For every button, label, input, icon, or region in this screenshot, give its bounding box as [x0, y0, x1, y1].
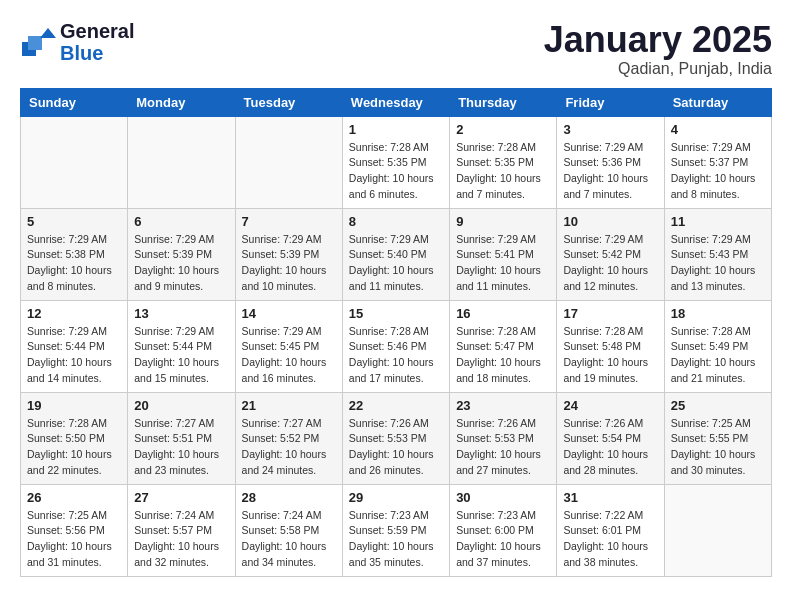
- day-info: Sunrise: 7:29 AMSunset: 5:37 PMDaylight:…: [671, 140, 765, 203]
- day-number: 27: [134, 490, 228, 505]
- day-header-row: SundayMondayTuesdayWednesdayThursdayFrid…: [21, 88, 772, 116]
- day-number: 28: [242, 490, 336, 505]
- day-info: Sunrise: 7:23 AMSunset: 5:59 PMDaylight:…: [349, 508, 443, 571]
- day-info: Sunrise: 7:29 AMSunset: 5:44 PMDaylight:…: [27, 324, 121, 387]
- day-info: Sunrise: 7:26 AMSunset: 5:53 PMDaylight:…: [349, 416, 443, 479]
- day-cell: 14Sunrise: 7:29 AMSunset: 5:45 PMDayligh…: [235, 300, 342, 392]
- month-title: January 2025: [544, 20, 772, 60]
- col-header-monday: Monday: [128, 88, 235, 116]
- day-number: 17: [563, 306, 657, 321]
- day-cell: 25Sunrise: 7:25 AMSunset: 5:55 PMDayligh…: [664, 392, 771, 484]
- day-cell: 11Sunrise: 7:29 AMSunset: 5:43 PMDayligh…: [664, 208, 771, 300]
- week-row-5: 26Sunrise: 7:25 AMSunset: 5:56 PMDayligh…: [21, 484, 772, 576]
- col-header-wednesday: Wednesday: [342, 88, 449, 116]
- day-cell: 29Sunrise: 7:23 AMSunset: 5:59 PMDayligh…: [342, 484, 449, 576]
- day-number: 8: [349, 214, 443, 229]
- day-number: 25: [671, 398, 765, 413]
- logo: General Blue: [20, 20, 134, 64]
- day-number: 31: [563, 490, 657, 505]
- day-number: 23: [456, 398, 550, 413]
- week-row-2: 5Sunrise: 7:29 AMSunset: 5:38 PMDaylight…: [21, 208, 772, 300]
- day-cell: 31Sunrise: 7:22 AMSunset: 6:01 PMDayligh…: [557, 484, 664, 576]
- day-info: Sunrise: 7:22 AMSunset: 6:01 PMDaylight:…: [563, 508, 657, 571]
- day-info: Sunrise: 7:23 AMSunset: 6:00 PMDaylight:…: [456, 508, 550, 571]
- week-row-3: 12Sunrise: 7:29 AMSunset: 5:44 PMDayligh…: [21, 300, 772, 392]
- day-cell: 20Sunrise: 7:27 AMSunset: 5:51 PMDayligh…: [128, 392, 235, 484]
- day-number: 10: [563, 214, 657, 229]
- day-number: 4: [671, 122, 765, 137]
- day-number: 15: [349, 306, 443, 321]
- day-info: Sunrise: 7:25 AMSunset: 5:55 PMDaylight:…: [671, 416, 765, 479]
- day-info: Sunrise: 7:28 AMSunset: 5:49 PMDaylight:…: [671, 324, 765, 387]
- day-cell: 16Sunrise: 7:28 AMSunset: 5:47 PMDayligh…: [450, 300, 557, 392]
- logo-icon: [20, 24, 56, 60]
- day-cell: 30Sunrise: 7:23 AMSunset: 6:00 PMDayligh…: [450, 484, 557, 576]
- title-block: January 2025 Qadian, Punjab, India: [544, 20, 772, 78]
- day-cell: 3Sunrise: 7:29 AMSunset: 5:36 PMDaylight…: [557, 116, 664, 208]
- day-cell: 26Sunrise: 7:25 AMSunset: 5:56 PMDayligh…: [21, 484, 128, 576]
- day-number: 21: [242, 398, 336, 413]
- day-cell: 4Sunrise: 7:29 AMSunset: 5:37 PMDaylight…: [664, 116, 771, 208]
- day-cell: 22Sunrise: 7:26 AMSunset: 5:53 PMDayligh…: [342, 392, 449, 484]
- day-cell: 17Sunrise: 7:28 AMSunset: 5:48 PMDayligh…: [557, 300, 664, 392]
- calendar-table: SundayMondayTuesdayWednesdayThursdayFrid…: [20, 88, 772, 577]
- col-header-saturday: Saturday: [664, 88, 771, 116]
- day-cell: 24Sunrise: 7:26 AMSunset: 5:54 PMDayligh…: [557, 392, 664, 484]
- day-cell: 9Sunrise: 7:29 AMSunset: 5:41 PMDaylight…: [450, 208, 557, 300]
- day-cell: 5Sunrise: 7:29 AMSunset: 5:38 PMDaylight…: [21, 208, 128, 300]
- day-info: Sunrise: 7:29 AMSunset: 5:36 PMDaylight:…: [563, 140, 657, 203]
- page-header: General Blue January 2025 Qadian, Punjab…: [20, 20, 772, 78]
- day-number: 24: [563, 398, 657, 413]
- day-info: Sunrise: 7:28 AMSunset: 5:50 PMDaylight:…: [27, 416, 121, 479]
- day-number: 14: [242, 306, 336, 321]
- day-number: 6: [134, 214, 228, 229]
- day-number: 18: [671, 306, 765, 321]
- day-info: Sunrise: 7:24 AMSunset: 5:58 PMDaylight:…: [242, 508, 336, 571]
- day-cell: [235, 116, 342, 208]
- day-number: 7: [242, 214, 336, 229]
- day-cell: 27Sunrise: 7:24 AMSunset: 5:57 PMDayligh…: [128, 484, 235, 576]
- day-info: Sunrise: 7:28 AMSunset: 5:48 PMDaylight:…: [563, 324, 657, 387]
- day-info: Sunrise: 7:29 AMSunset: 5:39 PMDaylight:…: [242, 232, 336, 295]
- day-cell: 19Sunrise: 7:28 AMSunset: 5:50 PMDayligh…: [21, 392, 128, 484]
- calendar-header: SundayMondayTuesdayWednesdayThursdayFrid…: [21, 88, 772, 116]
- day-info: Sunrise: 7:29 AMSunset: 5:44 PMDaylight:…: [134, 324, 228, 387]
- logo-blue: Blue: [60, 42, 134, 64]
- day-cell: 6Sunrise: 7:29 AMSunset: 5:39 PMDaylight…: [128, 208, 235, 300]
- week-row-1: 1Sunrise: 7:28 AMSunset: 5:35 PMDaylight…: [21, 116, 772, 208]
- day-info: Sunrise: 7:24 AMSunset: 5:57 PMDaylight:…: [134, 508, 228, 571]
- day-number: 13: [134, 306, 228, 321]
- day-info: Sunrise: 7:28 AMSunset: 5:35 PMDaylight:…: [456, 140, 550, 203]
- day-cell: [664, 484, 771, 576]
- day-cell: 2Sunrise: 7:28 AMSunset: 5:35 PMDaylight…: [450, 116, 557, 208]
- day-info: Sunrise: 7:26 AMSunset: 5:53 PMDaylight:…: [456, 416, 550, 479]
- day-info: Sunrise: 7:27 AMSunset: 5:51 PMDaylight:…: [134, 416, 228, 479]
- day-info: Sunrise: 7:28 AMSunset: 5:46 PMDaylight:…: [349, 324, 443, 387]
- day-info: Sunrise: 7:29 AMSunset: 5:45 PMDaylight:…: [242, 324, 336, 387]
- day-info: Sunrise: 7:27 AMSunset: 5:52 PMDaylight:…: [242, 416, 336, 479]
- col-header-thursday: Thursday: [450, 88, 557, 116]
- day-info: Sunrise: 7:26 AMSunset: 5:54 PMDaylight:…: [563, 416, 657, 479]
- calendar-body: 1Sunrise: 7:28 AMSunset: 5:35 PMDaylight…: [21, 116, 772, 576]
- col-header-sunday: Sunday: [21, 88, 128, 116]
- day-number: 30: [456, 490, 550, 505]
- logo-general: General: [60, 20, 134, 42]
- day-info: Sunrise: 7:29 AMSunset: 5:41 PMDaylight:…: [456, 232, 550, 295]
- day-cell: [21, 116, 128, 208]
- day-cell: 10Sunrise: 7:29 AMSunset: 5:42 PMDayligh…: [557, 208, 664, 300]
- day-number: 1: [349, 122, 443, 137]
- day-number: 3: [563, 122, 657, 137]
- day-info: Sunrise: 7:29 AMSunset: 5:39 PMDaylight:…: [134, 232, 228, 295]
- day-number: 19: [27, 398, 121, 413]
- day-cell: 8Sunrise: 7:29 AMSunset: 5:40 PMDaylight…: [342, 208, 449, 300]
- day-info: Sunrise: 7:29 AMSunset: 5:43 PMDaylight:…: [671, 232, 765, 295]
- col-header-friday: Friday: [557, 88, 664, 116]
- day-number: 16: [456, 306, 550, 321]
- day-number: 11: [671, 214, 765, 229]
- day-info: Sunrise: 7:29 AMSunset: 5:42 PMDaylight:…: [563, 232, 657, 295]
- day-info: Sunrise: 7:29 AMSunset: 5:40 PMDaylight:…: [349, 232, 443, 295]
- day-info: Sunrise: 7:25 AMSunset: 5:56 PMDaylight:…: [27, 508, 121, 571]
- day-number: 12: [27, 306, 121, 321]
- day-info: Sunrise: 7:28 AMSunset: 5:47 PMDaylight:…: [456, 324, 550, 387]
- day-cell: 13Sunrise: 7:29 AMSunset: 5:44 PMDayligh…: [128, 300, 235, 392]
